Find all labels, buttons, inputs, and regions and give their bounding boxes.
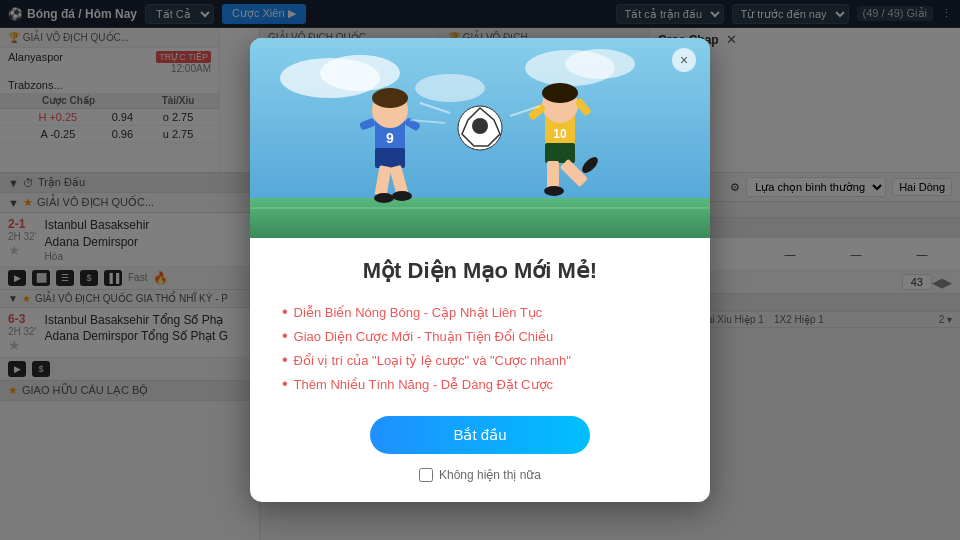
feature-3: Đổi vị trí của "Loại tỷ lệ cược" và "Cượ… — [282, 348, 678, 372]
modal-close-button[interactable]: × — [672, 48, 696, 72]
no-show-checkbox[interactable] — [419, 468, 433, 482]
svg-point-27 — [544, 186, 564, 196]
modal-title: Một Diện Mạo Mới Mẻ! — [282, 258, 678, 284]
svg-point-4 — [565, 49, 635, 79]
start-button[interactable]: Bắt đầu — [370, 416, 590, 454]
svg-point-16 — [374, 193, 394, 203]
svg-point-2 — [320, 55, 400, 91]
svg-point-11 — [372, 88, 408, 108]
modal-image: 9 — [250, 38, 710, 238]
modal-body: Một Diện Mạo Mới Mẻ! Diễn Biến Nóng Bóng… — [250, 238, 710, 502]
modal-dialog: × — [250, 38, 710, 502]
svg-point-22 — [542, 83, 578, 103]
feature-4: Thêm Nhiều Tính Năng - Dễ Dàng Đặt Cược — [282, 372, 678, 396]
svg-point-17 — [392, 191, 412, 201]
no-show-row: Không hiện thị nữa — [282, 468, 678, 482]
svg-point-32 — [472, 118, 488, 134]
svg-text:9: 9 — [386, 130, 394, 146]
modal-features: Diễn Biến Nóng Bóng - Cập Nhật Liên Tục … — [282, 300, 678, 396]
svg-point-5 — [415, 74, 485, 102]
feature-2: Giao Diện Cược Mới - Thuận Tiện Đổi Chiề… — [282, 324, 678, 348]
no-show-label: Không hiện thị nữa — [439, 468, 541, 482]
modal-overlay[interactable]: × — [0, 0, 960, 540]
svg-rect-6 — [250, 198, 710, 238]
svg-rect-25 — [547, 161, 559, 189]
svg-rect-9 — [375, 148, 405, 168]
svg-rect-20 — [545, 143, 575, 163]
svg-text:10: 10 — [553, 127, 567, 141]
feature-1: Diễn Biến Nóng Bóng - Cập Nhật Liên Tục — [282, 300, 678, 324]
